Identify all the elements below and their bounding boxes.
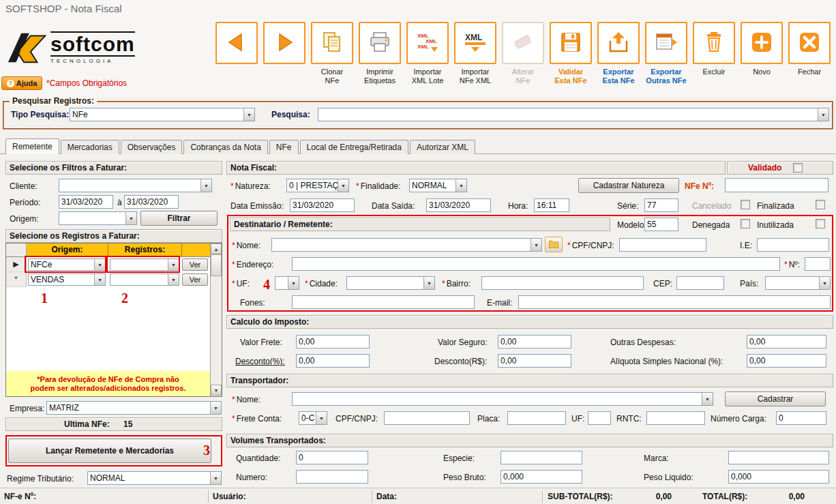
destinatario-cpf-field[interactable]	[619, 238, 706, 252]
destinatario-bairro-field[interactable]	[481, 276, 644, 290]
regime-tributario-combo[interactable]: NORMAL ▼	[87, 471, 222, 485]
cancelado-checkbox[interactable]	[741, 200, 750, 209]
cadastrar-transportador-button[interactable]: Cadastrar	[725, 391, 826, 406]
novo-button[interactable]	[741, 22, 783, 64]
chevron-down-icon[interactable]: ▼	[125, 212, 136, 224]
origem-combo[interactable]: ▼	[59, 211, 137, 225]
ver-button-row2[interactable]: Ver	[182, 273, 208, 286]
valor-frete-field[interactable]	[296, 335, 370, 349]
destinatario-fones-field[interactable]	[292, 295, 475, 309]
data-emissao-field[interactable]	[290, 198, 355, 212]
chevron-down-icon[interactable]: ▼	[423, 277, 434, 289]
grid-scrollbar[interactable]: ▲ ▼	[210, 243, 222, 396]
finalizada-checkbox[interactable]	[816, 200, 825, 209]
inutilizada-checkbox[interactable]	[816, 219, 825, 228]
chevron-down-icon[interactable]: ▼	[168, 274, 179, 285]
periodo-from-field[interactable]	[59, 195, 113, 209]
numero-carga-field[interactable]	[776, 411, 826, 425]
exportar-esta-nfe-button[interactable]	[597, 22, 640, 64]
chevron-down-icon[interactable]: ▼	[338, 179, 348, 192]
validado-checkbox[interactable]	[793, 163, 803, 173]
cliente-combo[interactable]: ▼	[59, 179, 212, 192]
scroll-up-icon[interactable]: ▲	[211, 243, 222, 254]
chevron-down-icon[interactable]: ▼	[819, 277, 830, 289]
imprimir-etiquetas-button[interactable]	[359, 22, 401, 64]
transportador-cpf-field[interactable]	[384, 411, 470, 425]
fechar-button[interactable]	[788, 22, 831, 64]
chevron-down-icon[interactable]: ▼	[702, 393, 713, 405]
transportador-uf-field[interactable]	[588, 411, 611, 425]
excluir-button[interactable]	[693, 22, 735, 64]
chevron-down-icon[interactable]: ▼	[288, 277, 299, 289]
periodo-to-field[interactable]	[124, 195, 179, 209]
grid-origem-combo-row1[interactable]: NFCe ▼	[28, 258, 106, 271]
grid-registro-combo-row2[interactable]: ▼	[110, 273, 179, 286]
peso-bruto-field[interactable]	[501, 470, 582, 484]
destinatario-pais-combo[interactable]: ▼	[765, 276, 831, 290]
ajuda-button[interactable]: ? Ajuda	[1, 76, 42, 90]
chevron-down-icon[interactable]: ▼	[168, 259, 179, 270]
valor-seguro-field[interactable]	[498, 335, 571, 349]
chevron-down-icon[interactable]: ▼	[210, 402, 221, 414]
aliquota-simples-field[interactable]	[747, 354, 826, 368]
rntc-field[interactable]	[646, 411, 705, 425]
tab-remetente[interactable]: Remetente	[5, 138, 59, 154]
modelo-field[interactable]	[644, 218, 678, 231]
lancar-remetente-mercadorias-button[interactable]: Lançar Remetente e Mercadorias	[8, 439, 211, 463]
destinatario-cidade-combo[interactable]: ▼	[346, 276, 435, 290]
tab-observacoes[interactable]: Observações	[121, 140, 183, 154]
destinatario-numero-field[interactable]	[805, 257, 831, 271]
especie-field[interactable]	[501, 451, 582, 464]
registros-grid[interactable]: Origem: Registros: ▶ NFCe ▼ ▼ Ver * VEND…	[5, 243, 222, 397]
chevron-down-icon[interactable]: ▼	[316, 412, 327, 424]
tab-local-entrega-retirada[interactable]: Local de Entrega/Retirada	[300, 140, 408, 154]
destinatario-endereco-field[interactable]	[292, 257, 780, 271]
tab-nfe[interactable]: NFe	[269, 140, 299, 154]
frete-conta-combo[interactable]: 0-C ▼	[299, 411, 327, 425]
chevron-down-icon[interactable]: ▼	[94, 274, 105, 285]
data-saida-field[interactable]	[426, 198, 491, 212]
placa-field[interactable]	[507, 411, 566, 425]
transportador-nome-combo[interactable]: ▼	[292, 392, 713, 406]
buscar-destinatario-button[interactable]	[545, 237, 563, 252]
destinatario-email-field[interactable]	[518, 295, 831, 309]
serie-field[interactable]	[644, 198, 678, 212]
desconto-rs-field[interactable]	[498, 354, 571, 368]
chevron-down-icon[interactable]: ▼	[200, 179, 211, 192]
destinatario-cep-field[interactable]	[676, 276, 724, 290]
clonar-nfe-button[interactable]	[311, 22, 353, 64]
validar-esta-nfe-button[interactable]	[550, 22, 592, 64]
tab-mercadorias[interactable]: Mercadorias	[61, 140, 119, 154]
ver-button-row1[interactable]: Ver	[182, 258, 208, 271]
hora-field[interactable]	[534, 198, 569, 212]
filtrar-button[interactable]: Filtrar	[140, 211, 218, 226]
destinatario-nome-combo[interactable]: ▼	[271, 238, 542, 252]
grid-registro-combo-row1[interactable]: ▼	[110, 258, 179, 271]
chevron-down-icon[interactable]: ▼	[531, 239, 541, 251]
tab-cobrancas-da-nota[interactable]: Cobranças da Nota	[183, 140, 267, 154]
outras-despesas-field[interactable]	[747, 335, 826, 349]
peso-liquido-field[interactable]	[728, 470, 829, 484]
nfe-numero-field[interactable]	[725, 178, 828, 192]
destinatario-uf-combo[interactable]: ▼	[275, 276, 299, 290]
nav-next-button[interactable]	[263, 22, 305, 64]
desconto-pct-field[interactable]	[296, 354, 370, 368]
nav-previous-button[interactable]	[215, 22, 258, 64]
denegada-checkbox[interactable]	[741, 219, 750, 228]
numero-field[interactable]	[296, 470, 368, 484]
natureza-combo[interactable]: 0 | PRESTAÇ ▼	[286, 179, 349, 192]
chevron-down-icon[interactable]: ▼	[94, 259, 105, 270]
empresa-combo[interactable]: MATRIZ ▼	[46, 401, 222, 415]
finalidade-combo[interactable]: NORMAL ▼	[409, 179, 467, 192]
grid-origem-combo-row2[interactable]: VENDAS ▼	[28, 273, 106, 286]
chevron-down-icon[interactable]: ▼	[243, 108, 254, 121]
exportar-outras-nfe-button[interactable]	[645, 22, 687, 64]
chevron-down-icon[interactable]: ▼	[456, 179, 466, 192]
pesquisa-combo[interactable]: ▼	[318, 108, 829, 121]
tab-autorizar-xml[interactable]: Autorizar XML	[410, 140, 475, 154]
marca-field[interactable]	[728, 451, 829, 464]
scroll-down-icon[interactable]: ▼	[211, 385, 222, 396]
importar-xml-lote-button[interactable]: XML XML XML	[406, 22, 449, 64]
chevron-down-icon[interactable]: ▼	[210, 472, 221, 484]
importar-nfe-xml-button[interactable]: XML	[454, 22, 496, 64]
